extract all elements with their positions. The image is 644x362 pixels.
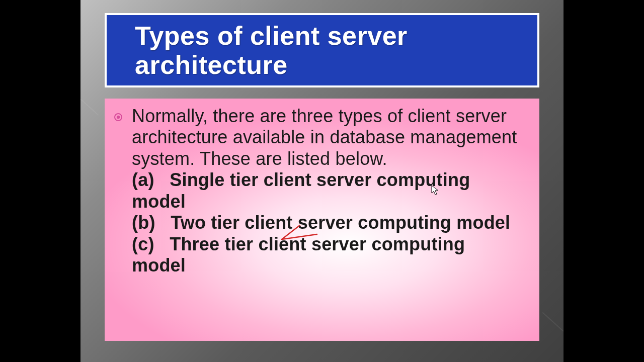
- item-c-text: Three tier client server computing model: [132, 234, 465, 276]
- bullet-row: Normally, there are three types of clien…: [133, 106, 519, 277]
- item-a-label: (a): [132, 169, 154, 190]
- decorative-line: [80, 99, 99, 116]
- decorative-line: [542, 312, 564, 332]
- title-box: Types of client server architecture: [105, 13, 539, 87]
- item-b-text: Two tier client server computing model: [171, 212, 510, 233]
- slide-title: Types of client server architecture: [135, 21, 512, 79]
- intro-text: Normally, there are three types of clien…: [132, 106, 517, 169]
- body-text: Normally, there are three types of clien…: [132, 106, 519, 277]
- item-a-text: Single tier client server computing mode…: [132, 169, 470, 211]
- item-b-label: (b): [132, 212, 155, 233]
- bullet-icon: [114, 113, 123, 122]
- svg-point-1: [117, 116, 120, 119]
- item-c-label: (c): [132, 234, 154, 254]
- slide-stage: Types of client server architecture Norm…: [80, 0, 564, 362]
- body-box: Normally, there are three types of clien…: [105, 99, 539, 341]
